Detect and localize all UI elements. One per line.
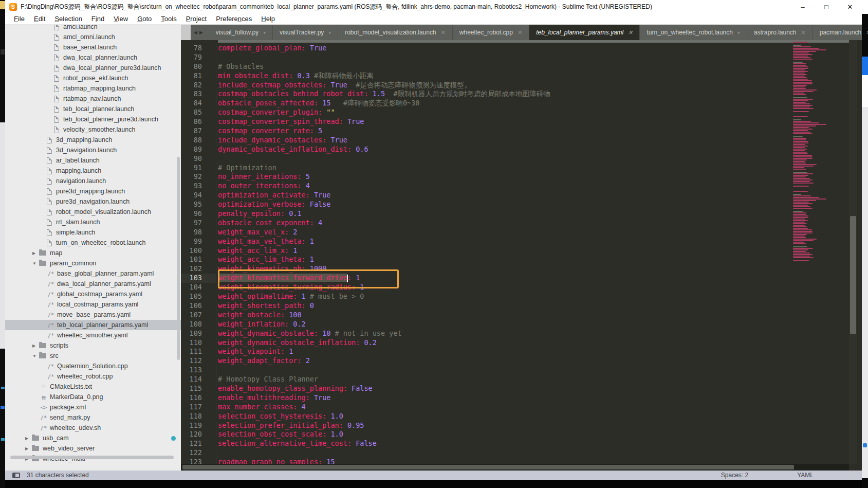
code-line-120[interactable]: 120selection_obst_cost_scale: 1.0 (181, 430, 862, 439)
code-line-79[interactable]: 79 (181, 53, 862, 62)
code-line-92[interactable]: 92no_inner_iterations: 5 (181, 172, 862, 182)
code-line-113[interactable]: 113 (181, 366, 862, 375)
tree-item-mapping.launch[interactable]: mapping.launch (5, 166, 181, 176)
tree-item-send_mark.py[interactable]: /*send_mark.py (5, 412, 181, 423)
tree-item-dwa_local_planner.launch[interactable]: dwa_local_planner.launch (5, 52, 181, 63)
code-line-94[interactable]: 94optimization_activate: True (181, 191, 862, 200)
close-tab-icon[interactable]: ✕ (866, 29, 868, 36)
menu-help[interactable]: Help (256, 14, 280, 25)
tree-item-3d_navigation.launch[interactable]: 3d_navigation.launch (5, 145, 181, 155)
tree-item-navigation.launch[interactable]: navigation.launch (5, 176, 181, 186)
code-line-110[interactable]: 110weight_dynamic_obstacle_inflation: 0.… (181, 338, 862, 348)
tree-item-MarkerData_0.png[interactable]: ▤MarkerData_0.png (5, 392, 181, 402)
sidebar-horizontal-scrollbar[interactable] (10, 456, 174, 459)
tree-item-teb_local_planner_pure3d.launch[interactable]: teb_local_planner_pure3d.launch (5, 114, 181, 124)
code-line-85[interactable]: 85costmap_converter_plugin: "" (181, 108, 862, 117)
code-line-89[interactable]: 89dynamic_obstacle_inflation_dist: 0.6 (181, 145, 862, 154)
tree-item-rtabmap_mapping.launch[interactable]: rtabmap_mapping.launch (5, 83, 181, 94)
tree-item-src[interactable]: ▼src (5, 351, 181, 361)
tab-visual_follow.py[interactable]: visual_follow.py● (209, 25, 273, 40)
tree-item-wheeltec_smoother.yaml[interactable]: /*wheeltec_smoother.yaml (5, 330, 181, 340)
tree-item-CMakeLists.txt[interactable]: ≡CMakeLists.txt (5, 382, 181, 392)
code-line-84[interactable]: 84obstacle_poses_affected: 15 #障碍物姿态受影响0… (181, 99, 862, 108)
tree-item-wheeltec_robot.cpp[interactable]: /*wheeltec_robot.cpp (5, 371, 181, 382)
code-line-93[interactable]: 93no_outer_iterations: 4 (181, 182, 862, 191)
tab-astrapro.launch[interactable]: astrapro.launch✕ (747, 25, 813, 40)
indent-setting[interactable]: Spaces: 2 (721, 472, 748, 479)
tree-item-turn_on_wheeltec_robot.launch[interactable]: turn_on_wheeltec_robot.launch (5, 238, 181, 248)
tree-item-dwa_local_planner_pure3d.launch[interactable]: dwa_local_planner_pure3d.launch (5, 63, 181, 73)
chevron-down-icon[interactable]: ▼ (32, 261, 39, 266)
code-line-83[interactable]: 83costmap_obstacles_behind_robot_dist: 1… (181, 89, 862, 99)
menu-preferences[interactable]: Preferences (211, 14, 256, 25)
code-line-88[interactable]: 88include_dynamic_obstacles: True (181, 136, 862, 145)
code-line-98[interactable]: 98weight_max_vel_x: 2 (181, 228, 862, 237)
code-line-102[interactable]: 102weight_kinematics_nh: 1000 (181, 264, 862, 274)
chevron-right-icon[interactable]: ▶ (32, 344, 39, 348)
code-editor[interactable]: 78complete_global_plan: True7980# Obstac… (181, 40, 862, 471)
code-line-107[interactable]: 107weight_obstacle: 100 (181, 311, 862, 320)
tree-item-scripts[interactable]: ▶scripts (5, 340, 181, 351)
tab-scroll-right-icon[interactable]: ▶ (199, 30, 205, 35)
tree-item-move_base_params.yaml[interactable]: /*move_base_params.yaml (5, 310, 181, 320)
code-line-80[interactable]: 80# Obstacles (181, 62, 862, 71)
chevron-right-icon[interactable]: ▶ (25, 446, 32, 451)
code-line-109[interactable]: 109weight_dynamic_obstacle: 10 # not in … (181, 329, 862, 338)
code-line-78[interactable]: 78complete_global_plan: True (181, 44, 862, 53)
tree-item-package.xml[interactable]: <>package.xml (5, 402, 181, 412)
tree-item-dwa_local_planner_params.yaml[interactable]: /*dwa_local_planner_params.yaml (5, 279, 181, 289)
tab-scroll-left-icon[interactable]: ◀ (194, 30, 199, 35)
code-line-96[interactable]: 96penalty_epsilon: 0.1 (181, 209, 862, 219)
code-line-95[interactable]: 95optimization_verbose: False (181, 200, 862, 209)
tree-item-pure3d_mapping.launch[interactable]: pure3d_mapping.launch (5, 186, 181, 196)
code-line-119[interactable]: 119selection_prefer_initial_plan: 0.95 (181, 421, 862, 430)
chevron-right-icon[interactable]: ▶ (32, 251, 39, 256)
tree-item-wheeltec_udev.sh[interactable]: /*wheeltec_udev.sh (5, 423, 181, 433)
menu-find[interactable]: Find (87, 14, 109, 25)
sidebar-toggle-icon[interactable] (12, 473, 20, 478)
code-line-104[interactable]: 104weight_kinematics_turning_radius: 1 (181, 283, 862, 292)
menu-file[interactable]: File (9, 14, 29, 25)
tree-item-robot_model_visualization.launch[interactable]: robot_model_visualization.launch (5, 207, 181, 217)
tree-item-teb_local_planner_params.yaml[interactable]: /*teb_local_planner_params.yaml (5, 320, 181, 330)
code-line-101[interactable]: 101weight_acc_lim_theta: 1 (181, 255, 862, 264)
code-line-115[interactable]: 115enable_homotopy_class_planning: False (181, 384, 862, 393)
tree-item-rrt_slam.launch[interactable]: rrt_slam.launch (5, 217, 181, 227)
code-line-106[interactable]: 106weight_shortest_path: 0 (181, 301, 862, 311)
editor-vertical-scrollbar[interactable] (849, 40, 857, 464)
tree-item-map[interactable]: ▶map (5, 248, 181, 258)
syntax-name[interactable]: YAML (797, 472, 814, 479)
tree-item-ar_label.launch[interactable]: ar_label.launch (5, 155, 181, 166)
tree-item-amcl.launch[interactable]: amcl.launch (5, 25, 181, 32)
menu-view[interactable]: View (109, 14, 133, 25)
menu-project[interactable]: Project (181, 14, 211, 25)
close-tab-icon[interactable]: ✕ (441, 29, 446, 36)
code-line-87[interactable]: 87costmap_converter_rate: 5 (181, 126, 862, 136)
code-line-103[interactable]: 103weight_kinematics_forward_drive: 1 (181, 274, 862, 283)
minimap[interactable] (793, 42, 847, 468)
code-line-122[interactable]: 122 (181, 448, 862, 458)
code-line-121[interactable]: 121selection_alternative_time_cost: Fals… (181, 439, 862, 448)
code-line-86[interactable]: 86costmap_converter_spin_thread: True (181, 117, 862, 126)
code-line-114[interactable]: 114# Homotopy Class Planner (181, 375, 862, 384)
tree-item-base_global_planner_param.yaml[interactable]: /*base_global_planner_param.yaml (5, 268, 181, 279)
code-line-117[interactable]: 117max_number_classes: 4 (181, 403, 862, 412)
tab-robot_model_visualization.launch[interactable]: robot_model_visualization.launch✕ (338, 25, 453, 40)
modified-dot-icon[interactable]: ● (737, 30, 740, 35)
menu-edit[interactable]: Edit (29, 14, 50, 25)
editor-horizontal-scrollbar[interactable] (181, 464, 849, 471)
code-line-82[interactable]: 82include_costmap_obstacles: True #是否将动态… (181, 81, 862, 90)
tab-wheeltec_robot.cpp[interactable]: wheeltec_robot.cpp✕ (453, 25, 529, 40)
code-line-105[interactable]: 105weight_optimaltime: 1 # must be > 0 (181, 292, 862, 301)
chevron-down-icon[interactable]: ▼ (32, 354, 39, 358)
tab-teb_local_planner_params.yaml[interactable]: teb_local_planner_params.yaml✕ (529, 25, 640, 40)
code-line-91[interactable]: 91# Optimization (181, 164, 862, 173)
tree-item-global_costmap_params.yaml[interactable]: /*global_costmap_params.yaml (5, 289, 181, 299)
maximize-button[interactable]: □ (815, 0, 838, 14)
tree-item-velocity_smoother.launch[interactable]: velocity_smoother.launch (5, 124, 181, 135)
tree-item-web_video_server[interactable]: ▶web_video_server (5, 443, 181, 454)
chevron-right-icon[interactable]: ▶ (25, 436, 32, 441)
tree-item-local_costmap_params.yaml[interactable]: /*local_costmap_params.yaml (5, 299, 181, 310)
close-tab-icon[interactable]: ✕ (801, 29, 806, 36)
modified-dot-icon[interactable]: ● (263, 30, 266, 35)
